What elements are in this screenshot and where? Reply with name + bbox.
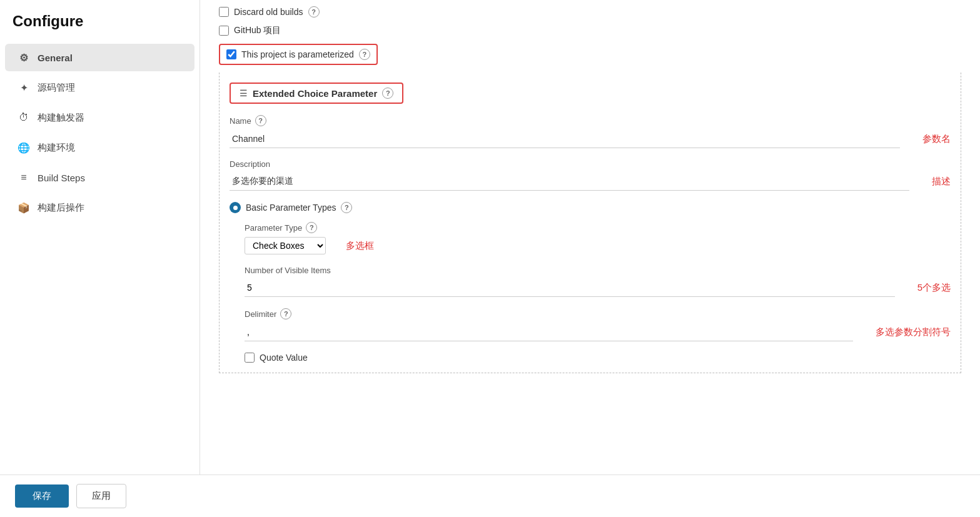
sidebar-item-trigger[interactable]: ⏱ 构建触发器 bbox=[5, 104, 194, 131]
sidebar-item-build[interactable]: ≡ Build Steps bbox=[5, 164, 194, 191]
discard-builds-row: Discard old builds ? bbox=[219, 6, 961, 18]
ecp-header: ☰ Extended Choice Parameter ? bbox=[230, 83, 403, 104]
menu-icon: ☰ bbox=[240, 88, 248, 98]
sidebar-item-label: 构建触发器 bbox=[38, 112, 84, 124]
env-icon: 🌐 bbox=[18, 141, 30, 154]
discard-builds-label: Discard old builds bbox=[234, 7, 303, 17]
save-button[interactable]: 保存 bbox=[15, 484, 69, 508]
sidebar-item-general[interactable]: ⚙ General bbox=[5, 44, 194, 71]
basic-param-label: Basic Parameter Types bbox=[246, 203, 336, 213]
main-content: Discard old builds ? GitHub 项目 This proj… bbox=[200, 0, 980, 517]
discard-builds-checkbox[interactable] bbox=[219, 7, 229, 17]
post-icon: 📦 bbox=[18, 201, 30, 214]
description-input[interactable] bbox=[230, 173, 909, 191]
github-label: GitHub 项目 bbox=[234, 25, 281, 36]
delimiter-help-button[interactable]: ? bbox=[280, 308, 291, 319]
description-annotation: 描述 bbox=[932, 176, 951, 188]
sidebar-item-source[interactable]: ✦ 源码管理 bbox=[5, 74, 194, 101]
parameterized-label: This project is parameterized bbox=[241, 49, 354, 59]
description-field-group: Description 描述 bbox=[230, 159, 951, 191]
sidebar-item-label: Build Steps bbox=[38, 173, 85, 183]
sidebar-item-label: 构建后操作 bbox=[38, 202, 84, 214]
param-type-field-group: Parameter Type ? Check Boxes Radio Butto… bbox=[245, 222, 951, 254]
name-annotation: 参数名 bbox=[922, 133, 951, 145]
parameterized-checkbox[interactable] bbox=[226, 49, 236, 59]
sidebar-item-env[interactable]: 🌐 构建环境 bbox=[5, 134, 194, 161]
visible-items-field-group: Number of Visible Items 5个多选 bbox=[245, 266, 951, 297]
delimiter-label: Delimiter ? bbox=[245, 308, 951, 319]
ecp-help-button[interactable]: ? bbox=[382, 88, 393, 99]
param-type-label: Parameter Type ? bbox=[245, 222, 951, 233]
param-type-annotation: 多选框 bbox=[346, 240, 374, 252]
param-type-select-row: Check Boxes Radio Buttons Single Select … bbox=[245, 237, 951, 254]
param-type-select[interactable]: Check Boxes Radio Buttons Single Select … bbox=[245, 237, 326, 254]
parameterized-help-button[interactable]: ? bbox=[359, 49, 370, 60]
basic-param-radio[interactable] bbox=[230, 202, 241, 213]
sidebar-title: Configure bbox=[0, 6, 200, 43]
visible-items-input[interactable] bbox=[245, 279, 895, 297]
name-label: Name ? bbox=[230, 115, 951, 126]
description-label: Description bbox=[230, 159, 951, 169]
quote-value-checkbox[interactable] bbox=[245, 353, 255, 363]
sidebar-item-label: 源码管理 bbox=[38, 82, 75, 94]
visible-items-annotation: 5个多选 bbox=[917, 282, 951, 294]
param-type-section: Parameter Type ? Check Boxes Radio Butto… bbox=[230, 222, 951, 363]
basic-param-help-button[interactable]: ? bbox=[341, 202, 352, 213]
delimiter-input[interactable] bbox=[245, 323, 853, 341]
build-icon: ≡ bbox=[18, 171, 30, 184]
sidebar-item-post[interactable]: 📦 构建后操作 bbox=[5, 194, 194, 221]
quote-value-row: Quote Value bbox=[245, 353, 951, 363]
sidebar-item-label: General bbox=[38, 53, 73, 63]
source-icon: ✦ bbox=[18, 81, 30, 94]
bottom-bar: 保存 应用 bbox=[0, 474, 980, 517]
parameterized-row: This project is parameterized ? bbox=[219, 44, 961, 65]
quote-value-label: Quote Value bbox=[260, 353, 308, 363]
discard-help-button[interactable]: ? bbox=[308, 6, 320, 18]
trigger-icon: ⏱ bbox=[18, 111, 30, 124]
name-input[interactable] bbox=[230, 130, 900, 148]
visible-items-label: Number of Visible Items bbox=[245, 266, 951, 275]
sidebar-item-label: 构建环境 bbox=[38, 142, 75, 154]
name-help-button[interactable]: ? bbox=[255, 115, 266, 126]
sidebar: Configure ⚙ General ✦ 源码管理 ⏱ 构建触发器 🌐 构建环… bbox=[0, 0, 200, 517]
delimiter-annotation: 多选参数分割符号 bbox=[876, 326, 951, 338]
parameterized-box: This project is parameterized ? bbox=[219, 44, 378, 65]
github-checkbox[interactable] bbox=[219, 26, 229, 36]
name-field-group: Name ? 参数名 bbox=[230, 115, 951, 148]
ecp-title: Extended Choice Parameter bbox=[253, 88, 377, 99]
dashed-section: ☰ Extended Choice Parameter ? Name ? 参数名… bbox=[219, 73, 961, 373]
basic-param-row: Basic Parameter Types ? bbox=[230, 202, 951, 213]
gear-icon: ⚙ bbox=[18, 51, 30, 64]
param-type-help-button[interactable]: ? bbox=[306, 222, 317, 233]
github-row: GitHub 项目 bbox=[219, 25, 961, 36]
apply-button[interactable]: 应用 bbox=[76, 484, 126, 508]
delimiter-field-group: Delimiter ? 多选参数分割符号 bbox=[245, 308, 951, 341]
